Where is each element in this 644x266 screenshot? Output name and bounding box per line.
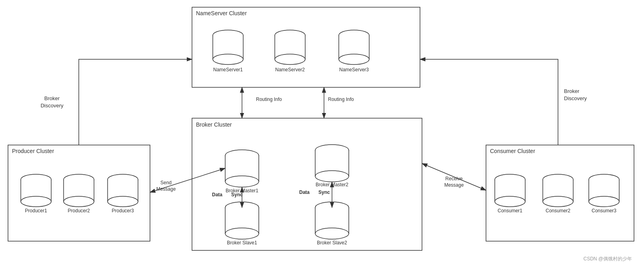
broker-discovery-left-label2: Discovery <box>40 103 64 109</box>
nameserver1-label: NameServer1 <box>213 67 243 73</box>
nameserver3-label: NameServer3 <box>339 67 369 73</box>
broker-discovery-right-label2: Discovery <box>564 95 587 101</box>
receive-message-label2: Message <box>444 182 464 188</box>
broker-slave1-label: Broker Slave1 <box>227 240 257 246</box>
consumer2-label: Consumer2 <box>546 208 570 214</box>
consumer1-label: Consumer1 <box>498 208 522 214</box>
routing-info-right-label: Routing Info <box>328 97 354 102</box>
consumer-cluster-label: Consumer Cluster <box>490 148 535 154</box>
producer3-bottom <box>108 196 138 207</box>
broker-slave1-bottom <box>225 228 259 239</box>
producer2-label: Producer2 <box>68 208 90 214</box>
broker-cluster-label: Broker Cluster <box>196 121 232 128</box>
nameserver2-label: NameServer2 <box>275 67 305 73</box>
broker-discovery-left-label1: Broker <box>44 95 60 101</box>
diagram-container: NameServer Cluster NameServer1 NameServe… <box>0 0 644 266</box>
data-sync-right-data: Data <box>299 189 310 195</box>
consumer2-bottom <box>543 196 573 207</box>
data-sync-left-sync: Sync <box>231 192 243 197</box>
broker-master2-bottom <box>315 171 349 182</box>
send-message-label2: Message <box>156 186 176 192</box>
watermark: CSDN @偶饿村的少年 <box>583 256 632 262</box>
nameserver2-bottom <box>275 54 305 64</box>
broker-slave2-label: Broker Slave2 <box>317 240 347 246</box>
broker-slave2-bottom <box>315 228 349 239</box>
data-sync-right-sync: Sync <box>318 189 330 195</box>
send-message-label1: Send <box>160 180 172 185</box>
nameserver1-bottom <box>213 54 243 64</box>
consumer1-bottom <box>495 196 525 207</box>
receive-message-label1: Receive <box>445 176 463 181</box>
data-sync-left-data: Data <box>212 192 222 197</box>
broker-discovery-right-label1: Broker <box>564 88 580 94</box>
producer3-label: Producer3 <box>112 208 134 214</box>
nameserver-cluster-label: NameServer Cluster <box>196 10 247 16</box>
consumer3-label: Consumer3 <box>592 208 616 214</box>
producer-cluster-label: Producer Cluster <box>12 148 54 154</box>
producer1-bottom <box>21 196 51 207</box>
routing-info-left-label: Routing Info <box>256 97 282 102</box>
nameserver3-bottom <box>339 54 369 64</box>
broker-discovery-left-arrow <box>79 59 192 145</box>
broker-master1-bottom <box>225 176 259 187</box>
consumer3-bottom <box>589 196 619 207</box>
producer2-bottom <box>64 196 94 207</box>
broker-discovery-right-arrow <box>420 59 558 145</box>
producer1-label: Producer1 <box>25 208 47 214</box>
main-diagram: NameServer Cluster NameServer1 NameServe… <box>0 0 644 266</box>
